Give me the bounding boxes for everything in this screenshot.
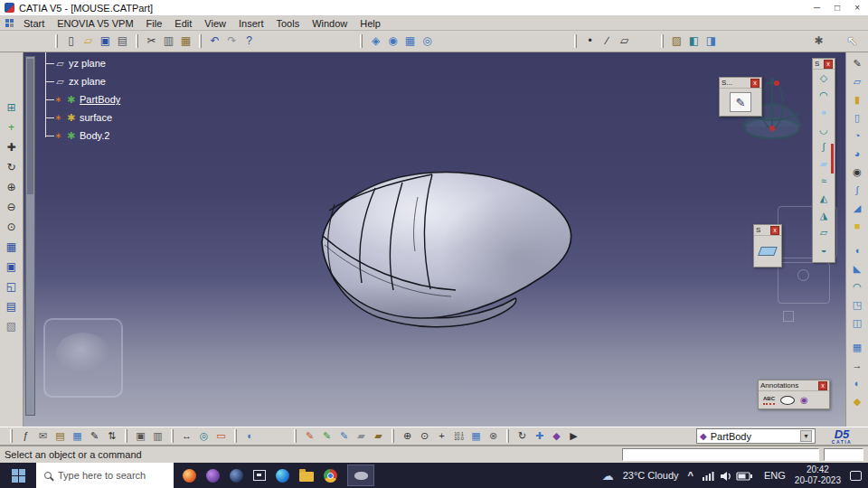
- menu-enovia-v5-vpm[interactable]: ENOVIA V5 VPM: [51, 17, 139, 30]
- tree-item-zx-plane[interactable]: ▱ zx plane: [54, 72, 120, 90]
- menu-edit[interactable]: Edit: [168, 17, 198, 30]
- tree-expand-marker[interactable]: ∗: [54, 95, 62, 104]
- tree-item-body-2[interactable]: ∗ ✱ Body.2: [54, 127, 120, 145]
- pen-red-icon[interactable]: ✎: [301, 428, 318, 445]
- grid-snap-icon[interactable]: ▦: [69, 428, 86, 445]
- datum-icon[interactable]: ◆: [548, 428, 565, 445]
- taskbar-pinned-app-orange[interactable]: [183, 469, 196, 483]
- sketch-analysis-icon[interactable]: ✎: [86, 428, 103, 445]
- normal-view-icon[interactable]: ⊙: [3, 219, 20, 236]
- language-label[interactable]: ENG: [764, 470, 786, 481]
- text-annotation-icon[interactable]: ABC: [763, 395, 775, 404]
- save-icon[interactable]: ▣: [97, 33, 114, 50]
- tree-node-label[interactable]: zx plane: [69, 76, 106, 87]
- close-icon[interactable]: x: [824, 60, 833, 69]
- notification-center-icon[interactable]: [850, 471, 862, 481]
- settings-gear-icon[interactable]: ✱: [810, 33, 827, 50]
- fit-all-icon[interactable]: ⊞: [3, 99, 20, 117]
- toolbar-grip[interactable]: [199, 34, 202, 48]
- light-effect-icon[interactable]: ▧: [3, 318, 20, 335]
- viewport-scrollbar[interactable]: [25, 56, 35, 416]
- tree-item-surface[interactable]: ∗ ✱ surface: [54, 108, 120, 127]
- toolbar-grip[interactable]: [506, 429, 509, 443]
- undo-icon[interactable]: ↶: [206, 33, 223, 50]
- file-explorer-icon[interactable]: [299, 472, 314, 482]
- zoom-out-icon[interactable]: ⊖: [3, 199, 20, 216]
- tool-options-icon[interactable]: ⊗: [485, 428, 502, 445]
- shading-mode-icon[interactable]: ◐: [241, 428, 259, 445]
- report-icon[interactable]: ▤: [3, 298, 20, 315]
- fillet-icon[interactable]: ◖: [849, 243, 866, 259]
- menu-window[interactable]: Window: [306, 17, 354, 30]
- task-view-icon[interactable]: [253, 470, 266, 481]
- copy-view-icon[interactable]: ▣: [132, 428, 149, 445]
- point-icon[interactable]: •: [581, 33, 599, 50]
- split-surface-icon[interactable]: ◭: [816, 191, 833, 207]
- surface-patch-icon[interactable]: [758, 247, 778, 256]
- pocket-icon[interactable]: ▯: [849, 110, 866, 127]
- eraser-icon[interactable]: ▰: [353, 428, 370, 445]
- blend-surface-icon[interactable]: ≈: [816, 174, 833, 190]
- catalog-icon[interactable]: ▨: [668, 33, 685, 50]
- sketch-with-support-icon[interactable]: ✎: [730, 92, 751, 112]
- light-toggle-icon[interactable]: ⊙: [416, 428, 433, 445]
- toolbar-grip[interactable]: [294, 429, 297, 443]
- insert-body-icon[interactable]: ◆: [849, 394, 866, 410]
- active-body-combobox[interactable]: ◆ PartBody ▼: [696, 428, 816, 444]
- boundary-surface-icon[interactable]: ▱: [816, 225, 833, 241]
- revolve-surface-icon[interactable]: ◠: [816, 88, 833, 104]
- shaft-icon[interactable]: ◔: [849, 128, 866, 145]
- weather-text[interactable]: 23°C Cloudy: [623, 470, 679, 481]
- taskbar-pinned-app-purple[interactable]: [206, 469, 220, 483]
- cut-icon[interactable]: ✂: [143, 33, 160, 50]
- minimize-button[interactable]: ─: [814, 3, 820, 13]
- dimension-values-icon[interactable]: 10.1 10.0: [450, 428, 467, 445]
- copy-icon[interactable]: ▥: [160, 33, 177, 50]
- extrude-surface-icon[interactable]: ◇: [816, 70, 833, 87]
- tree-node-label[interactable]: surface: [80, 112, 112, 123]
- fly-mode-icon[interactable]: ◈: [367, 33, 384, 50]
- sweep-surface-icon[interactable]: ∫: [816, 139, 833, 155]
- chamfer-icon[interactable]: ◣: [849, 261, 866, 277]
- translate-icon[interactable]: →: [849, 358, 866, 374]
- tree-node-label[interactable]: PartBody: [80, 94, 120, 105]
- tree-node-label[interactable]: yz plane: [69, 58, 106, 69]
- close-button[interactable]: ×: [854, 3, 860, 13]
- toolbar-grip[interactable]: [234, 429, 237, 443]
- hole-icon[interactable]: ◉: [849, 164, 866, 181]
- command-input-field[interactable]: [622, 448, 819, 461]
- select-arrow-icon[interactable]: ↖: [844, 33, 861, 50]
- fx-knowledge-icon[interactable]: ƒ: [17, 428, 34, 445]
- sketcher-access-icon[interactable]: +: [3, 119, 20, 136]
- toolbar-overflow-indicator[interactable]: [831, 144, 834, 174]
- screen-icon[interactable]: ◱: [3, 278, 20, 296]
- toolbar-grip[interactable]: [125, 429, 127, 443]
- shell-icon[interactable]: ◳: [849, 297, 866, 314]
- taskbar-pinned-app-blue[interactable]: [230, 469, 243, 483]
- scan-icon[interactable]: ▶: [565, 428, 582, 445]
- tree-expand-marker[interactable]: ∗: [54, 131, 62, 140]
- sphere-surface-icon[interactable]: ●: [816, 105, 833, 121]
- rib-icon[interactable]: ∫: [849, 183, 866, 199]
- exchange-icon[interactable]: ⇅: [103, 428, 120, 445]
- offset-surface-icon[interactable]: ◡: [816, 122, 833, 138]
- edge-browser-icon[interactable]: [276, 469, 289, 483]
- open-folder-icon[interactable]: ▱: [80, 33, 97, 50]
- boolean-icon[interactable]: ◐: [849, 376, 866, 392]
- toolbar-grip[interactable]: [171, 429, 174, 443]
- comment-icon[interactable]: ✉: [34, 428, 52, 445]
- panel-titlebar[interactable]: S... x: [720, 78, 761, 89]
- maximize-button[interactable]: □: [835, 3, 840, 13]
- groove-icon[interactable]: ◕: [849, 146, 866, 163]
- taskbar-app-catia-active[interactable]: [347, 465, 374, 486]
- tree-item-partbody[interactable]: ∗ ✱ PartBody: [54, 90, 120, 108]
- chevron-down-icon[interactable]: ▼: [800, 430, 812, 442]
- menu-tools[interactable]: Tools: [269, 17, 306, 30]
- menu-view[interactable]: View: [198, 17, 232, 30]
- datum-target-icon[interactable]: ◉: [800, 395, 808, 405]
- balloon-annotation-icon[interactable]: [780, 396, 795, 405]
- paste-icon[interactable]: ▦: [177, 33, 194, 50]
- clock[interactable]: 20:42 20-07-2023: [795, 465, 841, 487]
- viewport-3d[interactable]: ▱ yz plane ▱ zx plane ∗ ✱ P: [24, 52, 868, 427]
- menu-file[interactable]: File: [140, 17, 169, 30]
